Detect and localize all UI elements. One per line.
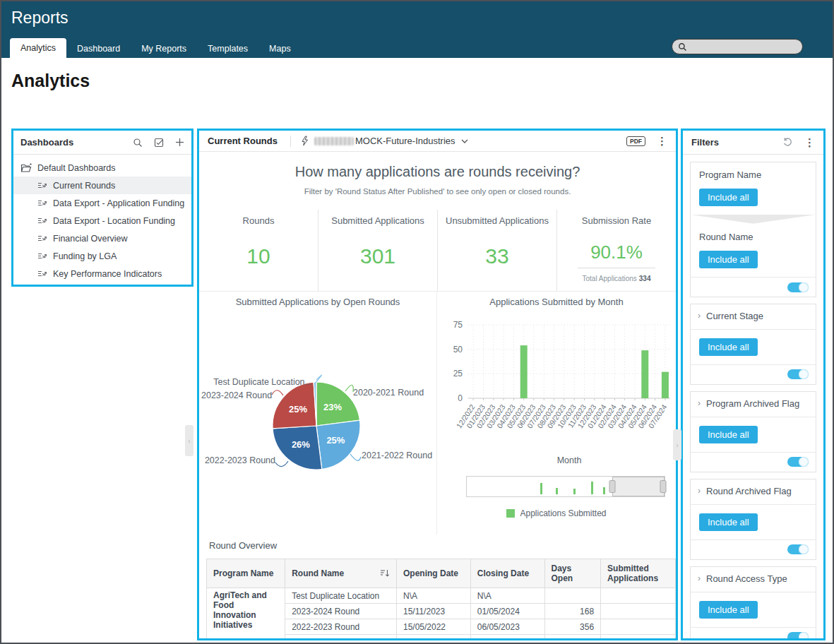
report-icon: [37, 216, 48, 225]
dashboards-group[interactable]: Default Dashboards: [13, 159, 191, 177]
slider-handle-right[interactable]: [660, 480, 667, 493]
table-section-title: Round Overview: [209, 540, 277, 551]
filter-toggle[interactable]: [787, 632, 809, 640]
collapse-panel-handle[interactable]: ›: [673, 429, 681, 460]
time-range-slider[interactable]: [466, 476, 665, 497]
collapse-panel-handle[interactable]: ‹: [185, 425, 193, 456]
divider: [290, 136, 291, 147]
filter-toggle[interactable]: [787, 282, 809, 292]
tab-analytics[interactable]: Analytics: [10, 38, 66, 58]
reset-filters-icon[interactable]: [782, 137, 793, 148]
filter-card-body: Include all: [691, 592, 816, 627]
table-row: AgriTech and Food Innovation Initiatives…: [207, 588, 676, 604]
kebab-menu-icon[interactable]: ⋮: [804, 137, 815, 148]
filter-card-title: Program Archived Flag: [706, 398, 799, 410]
export-pdf-button[interactable]: PDF: [626, 136, 645, 146]
filter-card-footer: [691, 539, 816, 559]
table-header-submitted-applications[interactable]: Submitted Applications: [601, 559, 676, 588]
filter-card-footer: [691, 452, 816, 472]
table-header-program-name[interactable]: Program Name: [207, 559, 285, 588]
pie-value-label: 23%: [323, 402, 342, 412]
filter-card-title: Round Access Type: [706, 573, 787, 585]
sidebar-item-current-rounds[interactable]: Current Rounds: [13, 177, 191, 194]
include-all-button[interactable]: Include all: [699, 251, 758, 268]
sidebar-item-data-export-location-funding[interactable]: Data Export - Location Funding: [13, 212, 191, 229]
report-icon: [37, 251, 48, 261]
chevron-right-icon[interactable]: ›: [698, 398, 701, 410]
multi-select-icon[interactable]: [154, 138, 164, 148]
table-header-opening-date[interactable]: Opening Date: [396, 559, 470, 588]
filter-toggle[interactable]: [787, 369, 809, 379]
table-header-days-open[interactable]: Days Open: [544, 559, 601, 588]
add-icon[interactable]: [175, 138, 184, 147]
filter-card-current-stage: ›Current StageInclude all: [690, 304, 816, 385]
include-all-button[interactable]: Include all: [699, 513, 758, 531]
search-input[interactable]: [687, 41, 796, 52]
sidebar-item-key-performance-indicators[interactable]: Key Performance Indicators: [13, 265, 191, 282]
cell-round: Test Duplicate Location: [285, 588, 397, 604]
cell-days_open: [544, 588, 601, 604]
chevron-down-icon[interactable]: [461, 139, 468, 143]
chevron-right-icon[interactable]: ›: [698, 573, 701, 585]
search-icon[interactable]: [133, 138, 143, 148]
cell-submitted: [601, 619, 676, 635]
pie-leader-line: [345, 385, 353, 392]
include-all-button[interactable]: Include all: [699, 426, 758, 443]
cell-closing: 18/05/2022: [470, 635, 544, 639]
cell-days_open: 168: [544, 604, 601, 619]
filter-card-header[interactable]: ›Round Access Type: [691, 567, 816, 592]
bar-05/2023[interactable]: [520, 345, 528, 398]
tab-templates[interactable]: Templates: [197, 40, 258, 58]
bar-ytick: 0: [458, 393, 463, 403]
bar-ytick: 75: [453, 320, 463, 330]
tab-dashboard[interactable]: Dashboard: [66, 40, 131, 58]
pie-value-label: 25%: [289, 404, 307, 415]
include-all-button[interactable]: Include all: [699, 189, 758, 206]
tab-maps[interactable]: Maps: [258, 40, 302, 58]
sidebar-item-label: Current Rounds: [53, 181, 115, 191]
slider-minibar: [603, 487, 605, 494]
global-search[interactable]: [672, 39, 803, 54]
sidebar-item-funding-by-lga[interactable]: Funding by LGA: [13, 247, 191, 265]
app-title: Reports: [11, 8, 68, 28]
page-title: Analytics: [11, 71, 90, 91]
table-header-round-name[interactable]: Round Name: [285, 559, 397, 588]
slider-minibar: [556, 488, 558, 494]
cell-round: 2022-2023 Round: [285, 619, 397, 635]
sidebar-item-data-export-application-funding[interactable]: Data Export - Application Funding: [13, 194, 191, 212]
slider-selected-range[interactable]: [612, 477, 665, 496]
filter-card-primary: Program NameInclude allRound NameInclude…: [690, 162, 816, 297]
sort-icon[interactable]: [380, 569, 390, 578]
kpi-label: Unsubmitted Applications: [446, 215, 549, 226]
cell-submitted: [601, 588, 676, 604]
round-overview-table-wrap: Program NameRound NameOpening DateClosin…: [206, 559, 676, 638]
sidebar-item-financial-overview[interactable]: Financial Overview: [13, 229, 191, 247]
kpi-row: Rounds10Submitted Applications301Unsubmi…: [199, 210, 676, 292]
chevron-right-icon[interactable]: ›: [698, 311, 701, 323]
include-all-button[interactable]: Include all: [699, 338, 758, 356]
round-overview-table: Program NameRound NameOpening DateClosin…: [206, 559, 676, 638]
table-header-closing-date[interactable]: Closing Date: [470, 559, 544, 588]
pie-slice-label: 2021-2022 Round: [362, 451, 432, 460]
tab-my-reports[interactable]: My Reports: [131, 40, 197, 58]
filter-toggle[interactable]: [787, 544, 809, 554]
kebab-menu-icon[interactable]: ⋮: [657, 136, 667, 146]
cell-closing: 01/05/2024: [470, 604, 544, 619]
slider-handle-left[interactable]: [609, 480, 615, 493]
bar-05/2024[interactable]: [641, 350, 648, 398]
filter-field-program-name: Program NameInclude all: [691, 162, 816, 215]
filter-card-header[interactable]: ›Current Stage: [691, 304, 816, 330]
filter-card-header[interactable]: ›Program Archived Flag: [691, 392, 816, 417]
top-header: Reports AnalyticsDashboardMy ReportsTemp…: [1, 1, 833, 58]
filter-card-header[interactable]: ›Round Archived Flag: [691, 479, 816, 505]
bar-xaxis-title: Month: [468, 455, 670, 465]
chevron-right-icon[interactable]: ›: [698, 486, 701, 498]
bar-07/2024[interactable]: [662, 372, 669, 398]
kpi-label: Submission Rate: [582, 215, 651, 226]
include-all-button[interactable]: Include all: [699, 601, 758, 619]
pie-slice-label: 2023-2024 Round: [201, 390, 272, 400]
chevron-divider: [691, 215, 816, 225]
filter-toggle[interactable]: [787, 457, 809, 467]
search-icon: [678, 42, 687, 52]
filters-panel-title: Filters: [691, 137, 782, 148]
